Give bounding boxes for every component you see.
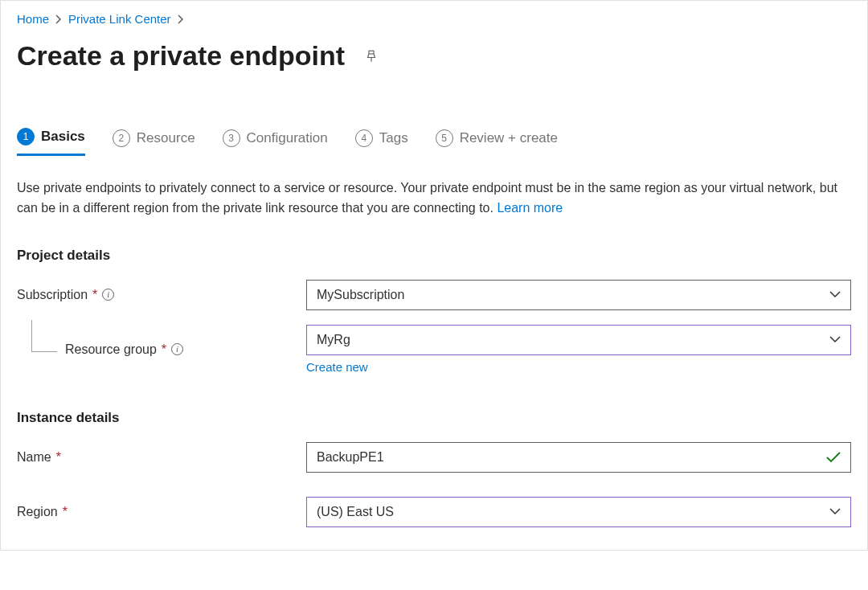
page-title: Create a private endpoint — [17, 40, 345, 72]
step-number-5: 5 — [436, 129, 453, 147]
wizard-tabs: 1 Basics 2 Resource 3 Configuration 4 Ta… — [17, 128, 851, 156]
tab-review-create[interactable]: 5 Review + create — [436, 129, 558, 155]
chevron-down-icon — [829, 291, 841, 298]
label-name: Name * — [17, 450, 306, 465]
tab-label: Basics — [41, 129, 85, 145]
region-dropdown[interactable]: (US) East US — [306, 497, 851, 527]
description-body: Use private endpoints to privately conne… — [17, 181, 837, 215]
resource-group-dropdown[interactable]: MyRg — [306, 325, 851, 355]
chevron-right-icon — [178, 14, 184, 24]
required-asterisk: * — [92, 288, 97, 302]
resource-group-label-text: Resource group — [65, 342, 157, 357]
tree-connector — [31, 320, 57, 352]
create-new-link[interactable]: Create new — [306, 360, 368, 374]
required-asterisk: * — [63, 505, 68, 519]
description-text: Use private endpoints to privately conne… — [17, 178, 851, 219]
subscription-dropdown[interactable]: MySubscription — [306, 280, 851, 310]
tab-tags[interactable]: 4 Tags — [355, 129, 408, 155]
info-icon[interactable]: i — [171, 343, 183, 355]
resource-group-value: MyRg — [317, 333, 350, 347]
section-instance-details: Instance details — [17, 410, 851, 426]
name-input[interactable]: BackupPE1 — [306, 442, 851, 473]
breadcrumb: Home Private Link Center — [17, 12, 851, 26]
tab-label: Tags — [379, 130, 408, 146]
row-resource-group: Resource group * i MyRg Create new — [17, 325, 851, 375]
tab-resource[interactable]: 2 Resource — [113, 129, 195, 155]
svg-rect-0 — [369, 51, 374, 54]
step-number-2: 2 — [113, 129, 130, 147]
subscription-label-text: Subscription — [17, 288, 88, 302]
info-icon[interactable]: i — [102, 289, 114, 301]
pin-icon[interactable] — [364, 49, 379, 64]
chevron-down-icon — [829, 336, 841, 343]
label-resource-group: Resource group * i — [17, 342, 306, 357]
page-title-row: Create a private endpoint — [17, 40, 851, 72]
step-number-3: 3 — [223, 129, 240, 147]
label-subscription: Subscription * i — [17, 288, 306, 302]
chevron-down-icon — [829, 508, 841, 515]
row-subscription: Subscription * i MySubscription — [17, 280, 851, 310]
breadcrumb-home[interactable]: Home — [17, 12, 49, 26]
checkmark-icon — [826, 452, 841, 463]
required-asterisk: * — [56, 450, 61, 465]
tab-basics[interactable]: 1 Basics — [17, 128, 85, 156]
tab-label: Configuration — [247, 130, 328, 146]
breadcrumb-private-link-center[interactable]: Private Link Center — [68, 12, 171, 26]
step-number-4: 4 — [355, 129, 373, 147]
region-label-text: Region — [17, 505, 58, 519]
tab-label: Review + create — [460, 130, 558, 146]
tab-configuration[interactable]: 3 Configuration — [223, 129, 328, 155]
tab-label: Resource — [137, 130, 195, 146]
region-value: (US) East US — [317, 505, 394, 519]
step-number-1: 1 — [17, 128, 35, 145]
section-project-details: Project details — [17, 248, 851, 264]
label-region: Region * — [17, 505, 306, 519]
row-name: Name * BackupPE1 — [17, 442, 851, 473]
subscription-value: MySubscription — [317, 288, 404, 302]
chevron-right-icon — [55, 14, 62, 24]
learn-more-link[interactable]: Learn more — [497, 201, 563, 215]
required-asterisk: * — [162, 342, 166, 357]
name-value: BackupPE1 — [317, 450, 384, 465]
name-label-text: Name — [17, 450, 51, 465]
row-region: Region * (US) East US — [17, 497, 851, 527]
